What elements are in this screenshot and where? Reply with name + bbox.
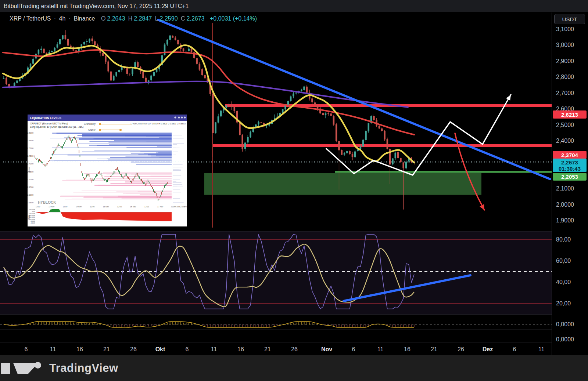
candle-countdown: 01:30:43: [559, 166, 581, 172]
time-tick: 6: [25, 346, 28, 353]
price-tick: 3,0000: [556, 42, 574, 48]
indicator-tick: 0,0000: [556, 336, 574, 343]
indicator-tick: 80,00: [556, 236, 571, 243]
open-label: O: [101, 15, 105, 22]
high-label: H: [128, 15, 133, 22]
time-tick: 6: [513, 346, 516, 353]
hyblock-time-tick: 17 Nov: [157, 206, 163, 208]
hyblock-price-tick: 2.5000: [28, 147, 33, 149]
time-tick: 16: [404, 346, 410, 353]
last-price-label: 2,2673 01:30:43: [553, 159, 587, 172]
hyblock-profile-tick: 2.00M: [171, 206, 176, 208]
price-tick: 2,9000: [556, 58, 574, 65]
hyblock-time-tick: 15 Nov: [103, 206, 109, 208]
hyblock-price-tick: 2.4000: [28, 163, 33, 165]
hyblock-price-tick: 2.5500: [28, 139, 33, 142]
liquidation-title: LIQUIDATION LEVELS: [30, 116, 61, 120]
embedded-liquidation-image: LIQUIDATION LEVELSXRPUSDT (Binance USDT-…: [28, 115, 187, 226]
hyblock-delta-tick: 200.00M: [29, 208, 35, 210]
indicator-tick: 40,00: [556, 279, 571, 286]
price-tick: 3,1000: [556, 26, 574, 33]
time-tick: 21: [103, 346, 110, 353]
price-tick: 1,9000: [556, 217, 574, 224]
hyblock-time-tick: 14 Nov: [76, 206, 82, 208]
liquidation-chart: LIQUIDATION LEVELSXRPUSDT (Binance USDT-…: [28, 115, 187, 226]
hyblock-price-tick: 2.2000: [28, 194, 33, 196]
tradingview-brand-text: TradingView: [49, 362, 118, 375]
time-tick: 11: [377, 346, 384, 353]
hyblock-ohlc-readout: 17 Nov 2025 08:00 | O: 0.5504 H: 0.5523 …: [130, 123, 186, 125]
interval[interactable]: 4h: [59, 15, 66, 22]
price-tick: 2,7000: [556, 90, 574, 97]
anchor-label: Anchor: [88, 128, 96, 131]
hyblock-watermark: HYBLOCK: [38, 200, 56, 204]
resistance-price-label-1: 2,6213: [553, 110, 587, 119]
hyblock-price-axis-label: Price: [28, 167, 30, 172]
time-tick: Okt: [155, 346, 165, 353]
price-tick: 2,4000: [556, 138, 574, 144]
price-tick: 2,5000: [556, 122, 574, 128]
hyblock-time-tick: 12:00: [144, 206, 149, 208]
hyblock-price-tick: 2.6000: [28, 132, 33, 134]
time-tick: 16: [237, 346, 244, 353]
tradingview-chart-window: BitbullTrading erstellt mit TradingView.…: [0, 0, 588, 381]
hyblock-price-tick: 2.3000: [28, 178, 33, 181]
low-label: L: [155, 15, 158, 22]
price-tick: 2,8000: [556, 74, 574, 80]
resistance-price-label-2: 2,3704: [553, 151, 587, 159]
time-tick: 26: [291, 346, 298, 353]
time-axis[interactable]: 611162126Okt611162126Nov611162126Dez611: [0, 343, 552, 356]
time-tick: 26: [458, 346, 464, 353]
low-value: 2,2590: [160, 15, 178, 22]
time-tick: 11: [211, 346, 217, 353]
price-tick: 2,0000: [556, 202, 574, 208]
symbol-name[interactable]: XRP / TetherUS: [10, 15, 51, 22]
high-value: 2,2847: [134, 15, 152, 22]
hyblock-price-tick: 2.2500: [28, 186, 33, 188]
hyblock-time-tick: 13 Nov: [49, 206, 54, 208]
support-price-label: 2,2053: [553, 173, 587, 181]
hyblock-symbol-info: XRPUSDT (Binance USDT-M Perp): [30, 122, 68, 125]
time-tick: 21: [264, 346, 271, 353]
symbol-legend[interactable]: XRP / TetherUS · 4h · Binance O2,2643 H2…: [10, 15, 258, 22]
hyblock-price-tick: 2.1500: [28, 202, 33, 204]
hyblock-time-tick: 12:00: [117, 206, 122, 208]
hyblock-delta-axis-label: Delta: [28, 215, 30, 219]
current-price-dotted-line: [3, 162, 552, 162]
hyblock-delta-tick: -200.00M: [28, 213, 35, 214]
exchange: Binance: [74, 15, 95, 22]
price-tick: 2,1000: [556, 185, 574, 192]
indicator-tick: 60,00: [556, 258, 571, 264]
time-tick: Dez: [483, 346, 493, 353]
close-label: C: [181, 15, 185, 22]
time-tick: 11: [50, 346, 56, 353]
hyblock-time-tick: 12:00: [36, 206, 40, 208]
time-tick: 21: [431, 346, 437, 353]
hyblock-delta-tick: 0.00: [32, 210, 35, 212]
granularity-label: Granularity: [84, 123, 96, 126]
time-tick: 11: [538, 346, 545, 353]
indicator-tick: 0,0000: [556, 321, 574, 328]
hyblock-price-tick: 2.4500: [28, 155, 33, 157]
hyblock-delta-tick: -1.00B: [31, 220, 35, 222]
open-value: 2,2643: [107, 15, 125, 22]
hyblock-profile-tick: 14.00M: [184, 206, 187, 208]
price-axis[interactable]: USDT 3,10003,00002,90002,80002,70002,600…: [552, 12, 588, 355]
footer-bar: TradingView: [0, 355, 588, 381]
close-value: 2,2673: [187, 15, 205, 22]
hyblock-time-tick: 12:00: [63, 206, 68, 208]
time-tick: 6: [352, 346, 355, 353]
time-tick: Nov: [321, 346, 332, 353]
hyblock-time-tick: 12:00: [90, 206, 95, 208]
indicator-tick: 20,00: [556, 300, 571, 307]
currency-toggle-button[interactable]: USDT: [554, 14, 585, 24]
tradingview-logo-icon: [0, 360, 44, 376]
hyblock-delta-tick: -1.20B: [31, 222, 35, 224]
time-tick: 26: [130, 346, 137, 353]
time-tick: 6: [186, 346, 189, 353]
hyblock-time-tick: 16 Nov: [130, 206, 136, 208]
change-value: +0,0031 (+0,14%): [210, 15, 257, 22]
time-tick: 16: [76, 346, 83, 353]
hyblock-levels-info: Long liqLevels: 50 | Short liqLevels: 30…: [30, 126, 83, 128]
